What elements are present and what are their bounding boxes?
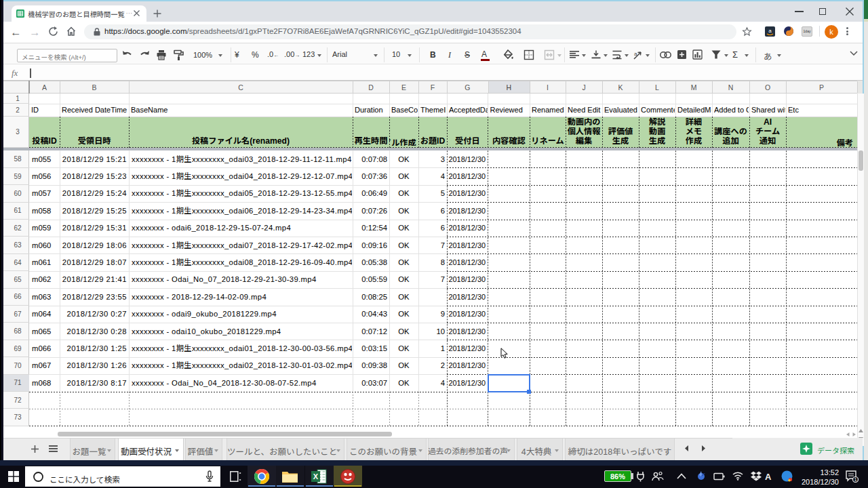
svg-text:X: X xyxy=(313,472,319,481)
svg-text:1: 1 xyxy=(854,476,856,483)
